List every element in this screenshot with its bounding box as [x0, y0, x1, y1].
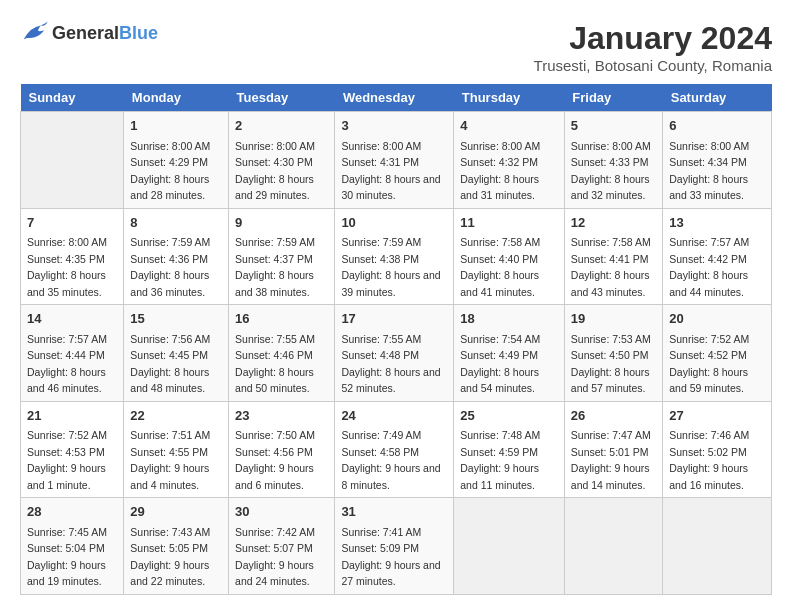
calendar-cell: 19Sunrise: 7:53 AMSunset: 4:50 PMDayligh… — [564, 305, 662, 402]
day-number: 25 — [460, 406, 558, 426]
day-info: Sunrise: 7:43 AMSunset: 5:05 PMDaylight:… — [130, 526, 210, 588]
day-info: Sunrise: 7:46 AMSunset: 5:02 PMDaylight:… — [669, 429, 749, 491]
day-info: Sunrise: 7:49 AMSunset: 4:58 PMDaylight:… — [341, 429, 440, 491]
calendar-cell: 16Sunrise: 7:55 AMSunset: 4:46 PMDayligh… — [229, 305, 335, 402]
calendar-cell — [564, 498, 662, 595]
calendar-cell: 9Sunrise: 7:59 AMSunset: 4:37 PMDaylight… — [229, 208, 335, 305]
day-header-sunday: Sunday — [21, 84, 124, 112]
day-number: 1 — [130, 116, 222, 136]
calendar-cell — [663, 498, 772, 595]
day-number: 20 — [669, 309, 765, 329]
day-number: 24 — [341, 406, 447, 426]
day-info: Sunrise: 7:58 AMSunset: 4:40 PMDaylight:… — [460, 236, 540, 298]
calendar-cell: 18Sunrise: 7:54 AMSunset: 4:49 PMDayligh… — [454, 305, 565, 402]
day-info: Sunrise: 7:54 AMSunset: 4:49 PMDaylight:… — [460, 333, 540, 395]
calendar-week-1: 1Sunrise: 8:00 AMSunset: 4:29 PMDaylight… — [21, 112, 772, 209]
day-header-wednesday: Wednesday — [335, 84, 454, 112]
day-number: 30 — [235, 502, 328, 522]
calendar-week-3: 14Sunrise: 7:57 AMSunset: 4:44 PMDayligh… — [21, 305, 772, 402]
day-number: 17 — [341, 309, 447, 329]
calendar-week-4: 21Sunrise: 7:52 AMSunset: 4:53 PMDayligh… — [21, 401, 772, 498]
location-subtitle: Trusesti, Botosani County, Romania — [534, 57, 772, 74]
day-number: 2 — [235, 116, 328, 136]
day-info: Sunrise: 7:59 AMSunset: 4:36 PMDaylight:… — [130, 236, 210, 298]
day-number: 26 — [571, 406, 656, 426]
calendar-cell: 21Sunrise: 7:52 AMSunset: 4:53 PMDayligh… — [21, 401, 124, 498]
day-number: 28 — [27, 502, 117, 522]
day-info: Sunrise: 8:00 AMSunset: 4:32 PMDaylight:… — [460, 140, 540, 202]
logo-icon — [20, 20, 48, 46]
calendar-cell: 25Sunrise: 7:48 AMSunset: 4:59 PMDayligh… — [454, 401, 565, 498]
day-info: Sunrise: 8:00 AMSunset: 4:31 PMDaylight:… — [341, 140, 440, 202]
day-info: Sunrise: 7:52 AMSunset: 4:53 PMDaylight:… — [27, 429, 107, 491]
calendar-cell: 5Sunrise: 8:00 AMSunset: 4:33 PMDaylight… — [564, 112, 662, 209]
day-number: 29 — [130, 502, 222, 522]
day-number: 3 — [341, 116, 447, 136]
calendar-cell: 14Sunrise: 7:57 AMSunset: 4:44 PMDayligh… — [21, 305, 124, 402]
calendar-cell: 23Sunrise: 7:50 AMSunset: 4:56 PMDayligh… — [229, 401, 335, 498]
day-number: 15 — [130, 309, 222, 329]
day-info: Sunrise: 8:00 AMSunset: 4:35 PMDaylight:… — [27, 236, 107, 298]
day-number: 22 — [130, 406, 222, 426]
calendar-cell: 2Sunrise: 8:00 AMSunset: 4:30 PMDaylight… — [229, 112, 335, 209]
day-info: Sunrise: 7:47 AMSunset: 5:01 PMDaylight:… — [571, 429, 651, 491]
day-header-monday: Monday — [124, 84, 229, 112]
day-number: 23 — [235, 406, 328, 426]
calendar-cell: 20Sunrise: 7:52 AMSunset: 4:52 PMDayligh… — [663, 305, 772, 402]
main-title: January 2024 — [534, 20, 772, 57]
page-header: GeneralBlue January 2024 Trusesti, Botos… — [20, 20, 772, 74]
day-number: 8 — [130, 213, 222, 233]
day-info: Sunrise: 7:48 AMSunset: 4:59 PMDaylight:… — [460, 429, 540, 491]
day-info: Sunrise: 7:57 AMSunset: 4:44 PMDaylight:… — [27, 333, 107, 395]
day-number: 13 — [669, 213, 765, 233]
day-number: 18 — [460, 309, 558, 329]
day-number: 10 — [341, 213, 447, 233]
calendar-cell: 27Sunrise: 7:46 AMSunset: 5:02 PMDayligh… — [663, 401, 772, 498]
day-info: Sunrise: 7:56 AMSunset: 4:45 PMDaylight:… — [130, 333, 210, 395]
days-header-row: SundayMondayTuesdayWednesdayThursdayFrid… — [21, 84, 772, 112]
day-number: 7 — [27, 213, 117, 233]
calendar-cell: 8Sunrise: 7:59 AMSunset: 4:36 PMDaylight… — [124, 208, 229, 305]
calendar-cell: 15Sunrise: 7:56 AMSunset: 4:45 PMDayligh… — [124, 305, 229, 402]
calendar-cell — [454, 498, 565, 595]
day-number: 21 — [27, 406, 117, 426]
calendar-cell: 26Sunrise: 7:47 AMSunset: 5:01 PMDayligh… — [564, 401, 662, 498]
calendar-cell — [21, 112, 124, 209]
day-number: 6 — [669, 116, 765, 136]
calendar-cell: 24Sunrise: 7:49 AMSunset: 4:58 PMDayligh… — [335, 401, 454, 498]
calendar-cell: 29Sunrise: 7:43 AMSunset: 5:05 PMDayligh… — [124, 498, 229, 595]
day-number: 14 — [27, 309, 117, 329]
day-info: Sunrise: 7:58 AMSunset: 4:41 PMDaylight:… — [571, 236, 651, 298]
calendar-cell: 31Sunrise: 7:41 AMSunset: 5:09 PMDayligh… — [335, 498, 454, 595]
day-info: Sunrise: 8:00 AMSunset: 4:30 PMDaylight:… — [235, 140, 315, 202]
title-block: January 2024 Trusesti, Botosani County, … — [534, 20, 772, 74]
day-info: Sunrise: 8:00 AMSunset: 4:33 PMDaylight:… — [571, 140, 651, 202]
calendar-cell: 30Sunrise: 7:42 AMSunset: 5:07 PMDayligh… — [229, 498, 335, 595]
day-info: Sunrise: 7:59 AMSunset: 4:37 PMDaylight:… — [235, 236, 315, 298]
day-header-friday: Friday — [564, 84, 662, 112]
day-number: 27 — [669, 406, 765, 426]
day-info: Sunrise: 7:50 AMSunset: 4:56 PMDaylight:… — [235, 429, 315, 491]
calendar-cell: 22Sunrise: 7:51 AMSunset: 4:55 PMDayligh… — [124, 401, 229, 498]
day-info: Sunrise: 7:53 AMSunset: 4:50 PMDaylight:… — [571, 333, 651, 395]
day-info: Sunrise: 7:55 AMSunset: 4:48 PMDaylight:… — [341, 333, 440, 395]
day-info: Sunrise: 7:45 AMSunset: 5:04 PMDaylight:… — [27, 526, 107, 588]
day-header-thursday: Thursday — [454, 84, 565, 112]
day-info: Sunrise: 7:51 AMSunset: 4:55 PMDaylight:… — [130, 429, 210, 491]
logo-text: GeneralBlue — [52, 23, 158, 44]
calendar-week-5: 28Sunrise: 7:45 AMSunset: 5:04 PMDayligh… — [21, 498, 772, 595]
calendar-table: SundayMondayTuesdayWednesdayThursdayFrid… — [20, 84, 772, 595]
day-number: 16 — [235, 309, 328, 329]
day-number: 11 — [460, 213, 558, 233]
day-header-tuesday: Tuesday — [229, 84, 335, 112]
day-header-saturday: Saturday — [663, 84, 772, 112]
day-info: Sunrise: 7:42 AMSunset: 5:07 PMDaylight:… — [235, 526, 315, 588]
day-number: 31 — [341, 502, 447, 522]
day-info: Sunrise: 7:59 AMSunset: 4:38 PMDaylight:… — [341, 236, 440, 298]
day-number: 12 — [571, 213, 656, 233]
day-info: Sunrise: 7:52 AMSunset: 4:52 PMDaylight:… — [669, 333, 749, 395]
calendar-cell: 10Sunrise: 7:59 AMSunset: 4:38 PMDayligh… — [335, 208, 454, 305]
day-number: 9 — [235, 213, 328, 233]
day-info: Sunrise: 8:00 AMSunset: 4:34 PMDaylight:… — [669, 140, 749, 202]
calendar-cell: 17Sunrise: 7:55 AMSunset: 4:48 PMDayligh… — [335, 305, 454, 402]
